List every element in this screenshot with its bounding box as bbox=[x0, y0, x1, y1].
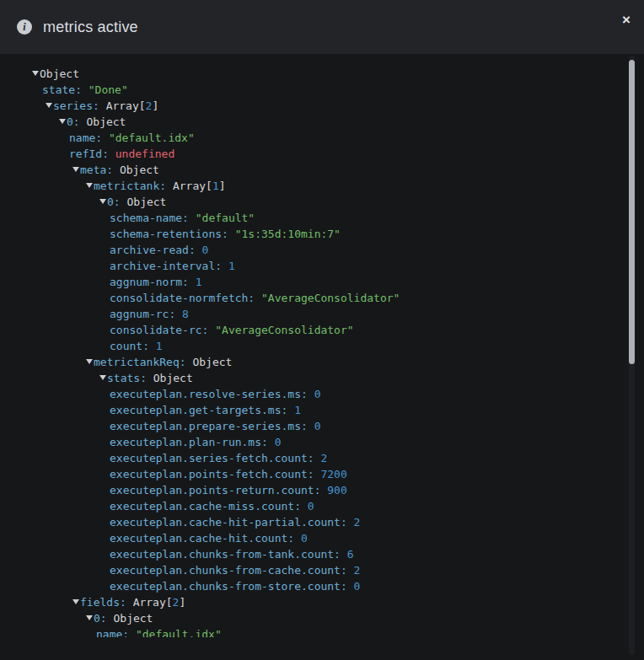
expand-toggle-icon[interactable] bbox=[99, 375, 106, 380]
modal-title: metrics active bbox=[43, 19, 138, 36]
tree-row: executeplan.chunks-from-cache.count: 2 bbox=[0, 562, 644, 578]
tree-value: 1 bbox=[294, 404, 301, 416]
tree-row: schema-name: "default" bbox=[0, 210, 644, 226]
tree-value: 0 bbox=[308, 500, 314, 512]
tree-value: 1 bbox=[156, 340, 163, 352]
tree-row[interactable]: 0: Object bbox=[0, 610, 644, 626]
tree-key: executeplan.cache-hit.count: bbox=[110, 532, 301, 545]
tree-value: "1s:35d:10min:7" bbox=[235, 228, 341, 240]
tree-row[interactable]: stats: Object bbox=[0, 370, 644, 386]
tree-key: count: bbox=[110, 340, 156, 352]
tree-row[interactable]: meta: Object bbox=[0, 162, 644, 178]
tree-key: stats: bbox=[107, 372, 153, 384]
array-length: 2 bbox=[146, 99, 153, 112]
modal-header: i metrics active × bbox=[0, 0, 644, 54]
tree-key: metrictankReq: bbox=[94, 356, 192, 368]
tree-row[interactable]: 0: Object bbox=[0, 194, 644, 210]
tree-row: executeplan.prepare-series.ms: 0 bbox=[0, 418, 644, 434]
tree-value: "AverageConsolidator" bbox=[215, 324, 353, 336]
tree-value: Object bbox=[40, 67, 79, 80]
tree-value: 6 bbox=[347, 548, 354, 561]
tree-row[interactable]: metrictankReq: Object bbox=[0, 354, 644, 370]
tree-row: executeplan.chunks-from-tank.count: 6 bbox=[0, 546, 644, 562]
tree-key: executeplan.chunks-from-cache.count: bbox=[110, 564, 354, 577]
tree-value: 8 bbox=[182, 308, 189, 320]
tree-row[interactable]: Object bbox=[0, 66, 644, 82]
tree-row: archive-read: 0 bbox=[0, 242, 644, 258]
expand-toggle-icon[interactable] bbox=[99, 199, 106, 204]
tree-value: "AverageConsolidator" bbox=[261, 292, 400, 304]
tree-row: executeplan.plan-run.ms: 0 bbox=[0, 434, 644, 450]
tree-row: aggnum-rc: 8 bbox=[0, 306, 644, 322]
tree-value: Object bbox=[153, 372, 193, 384]
close-button[interactable]: × bbox=[622, 13, 631, 27]
expand-toggle-icon[interactable] bbox=[32, 71, 39, 76]
info-circle-icon: i bbox=[17, 19, 32, 35]
tree-row: count: 1 bbox=[0, 338, 644, 354]
tree-row[interactable]: metrictank: Array[1] bbox=[0, 178, 644, 194]
tree-value: "default" bbox=[196, 212, 255, 224]
expand-toggle-icon[interactable] bbox=[72, 167, 79, 172]
tree-key: consolidate-normfetch: bbox=[110, 292, 261, 304]
tree-value: 1 bbox=[196, 276, 202, 288]
expand-toggle-icon[interactable] bbox=[72, 599, 79, 604]
tree-row: executeplan.cache-miss.count: 0 bbox=[0, 498, 644, 514]
tree-value: Object bbox=[126, 196, 166, 208]
tree-key: schema-name: bbox=[110, 212, 196, 224]
tree-value: "default.idx" bbox=[136, 628, 222, 637]
inspector-modal: i metrics active × Objectstate: "Done"se… bbox=[0, 0, 644, 660]
tree-value: 0 bbox=[354, 580, 361, 593]
tree-row[interactable]: fields: Array[2] bbox=[0, 594, 644, 610]
tree-row: aggnum-norm: 1 bbox=[0, 274, 644, 290]
tree-value: 0 bbox=[314, 388, 321, 400]
tree-row: refId: undefined bbox=[0, 146, 644, 162]
tree-key: state: bbox=[42, 83, 89, 96]
scrollbar-track[interactable] bbox=[629, 56, 635, 655]
tree-value: Array[1] bbox=[173, 180, 226, 192]
tree-row[interactable]: series: Array[2] bbox=[0, 98, 644, 114]
tree-key: executeplan.resolve-series.ms: bbox=[110, 388, 314, 400]
tree-row: executeplan.points-fetch.count: 7200 bbox=[0, 466, 644, 482]
tree-key: archive-interval: bbox=[110, 260, 228, 272]
tree-value: 7200 bbox=[320, 468, 346, 480]
tree-row: executeplan.chunks-from-store.count: 0 bbox=[0, 578, 644, 594]
tree-key: executeplan.points-fetch.count: bbox=[110, 468, 320, 480]
expand-toggle-icon[interactable] bbox=[46, 103, 52, 108]
json-tree: Objectstate: "Done"series: Array[2]0: Ob… bbox=[0, 66, 644, 637]
tree-value: Array[2] bbox=[106, 99, 159, 112]
expand-toggle-icon[interactable] bbox=[59, 119, 66, 124]
expand-toggle-icon[interactable] bbox=[86, 183, 93, 188]
tree-row: executeplan.cache-hit.count: 0 bbox=[0, 530, 644, 546]
tree-row: consolidate-rc: "AverageConsolidator" bbox=[0, 322, 644, 338]
tree-key: executeplan.chunks-from-store.count: bbox=[110, 580, 354, 593]
tree-key: metrictank: bbox=[94, 180, 173, 192]
tree-row: executeplan.resolve-series.ms: 0 bbox=[0, 386, 644, 402]
tree-value: Object bbox=[192, 356, 232, 368]
tree-value: 2 bbox=[320, 452, 327, 464]
tree-value: 1 bbox=[228, 260, 235, 272]
tree-value: Object bbox=[86, 115, 126, 128]
tree-value: 2 bbox=[354, 564, 361, 577]
tree-key: consolidate-rc: bbox=[110, 324, 215, 336]
tree-key: series: bbox=[53, 99, 106, 112]
tree-value: 2 bbox=[354, 516, 361, 529]
tree-key: archive-read: bbox=[110, 244, 202, 256]
expand-toggle-icon[interactable] bbox=[86, 359, 93, 364]
tree-key: 0: bbox=[67, 115, 86, 128]
scrollbar-thumb[interactable] bbox=[629, 60, 635, 364]
tree-row: executeplan.get-targets.ms: 1 bbox=[0, 402, 644, 418]
tree-key: name: bbox=[69, 131, 109, 144]
tree-key: meta: bbox=[80, 164, 120, 176]
tree-row: name: "default.idx" bbox=[0, 626, 644, 637]
tree-key: executeplan.prepare-series.ms: bbox=[110, 420, 314, 432]
tree-row: executeplan.series-fetch.count: 2 bbox=[0, 450, 644, 466]
tree-key: name: bbox=[96, 628, 136, 637]
tree-key: fields: bbox=[80, 596, 133, 609]
tree-key: executeplan.plan-run.ms: bbox=[110, 436, 275, 448]
expand-toggle-icon[interactable] bbox=[86, 615, 93, 620]
tree-row: state: "Done" bbox=[0, 82, 644, 98]
tree-row[interactable]: 0: Object bbox=[0, 114, 644, 130]
tree-value: "default.idx" bbox=[109, 131, 195, 144]
tree-row: schema-retentions: "1s:35d:10min:7" bbox=[0, 226, 644, 242]
tree-key: 0: bbox=[107, 196, 126, 208]
